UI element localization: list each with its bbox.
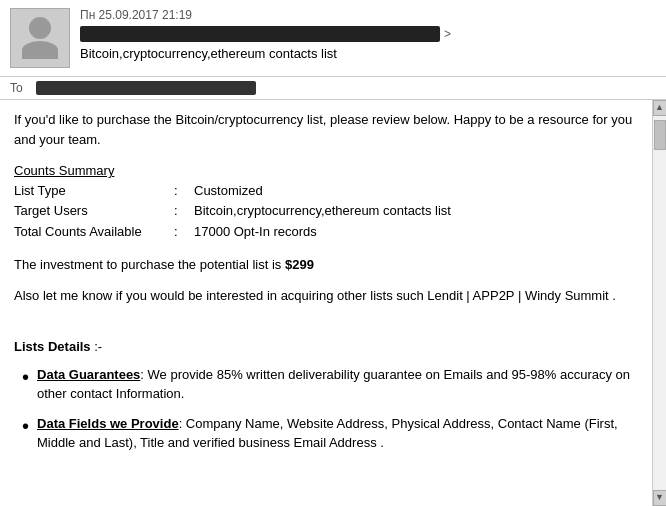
body-content: If you'd like to purchase the Bitcoin/cr… <box>14 110 652 453</box>
counts-table: List Type : Customized Target Users : Bi… <box>14 181 634 243</box>
counts-summary-label: Counts Summary <box>14 161 634 181</box>
scroll-down-button[interactable]: ▼ <box>653 490 667 506</box>
to-label: To <box>10 81 30 95</box>
target-users-key: Target Users <box>14 201 174 222</box>
sender-from-line: > <box>80 26 656 42</box>
sender-email-redacted <box>80 26 440 42</box>
scroll-track <box>653 116 667 490</box>
investment-pre: The investment to purchase the potential… <box>14 257 285 272</box>
email-header: Пн 25.09.2017 21:19 > Bitcoin,cryptocurr… <box>0 0 666 77</box>
lists-details-label: Lists Details <box>14 339 94 354</box>
target-users-val: Bitcoin,cryptocurrency,ethereum contacts… <box>194 201 634 222</box>
list-type-key: List Type <box>14 181 174 202</box>
recipient-email-redacted <box>36 81 256 95</box>
bullet-dot-2: • <box>22 414 29 438</box>
lists-details-section: Lists Details :- • Data Guarantees: We p… <box>14 318 634 453</box>
counts-row-total: Total Counts Available : 17000 Opt-In re… <box>14 222 634 243</box>
also-text: Also let me know if you would be interes… <box>14 286 634 306</box>
intro-text: If you'd like to purchase the Bitcoin/cr… <box>14 110 634 149</box>
bullet-2-label: Data Fields we Provide <box>37 416 179 431</box>
scroll-thumb[interactable] <box>654 120 666 150</box>
scroll-up-button[interactable]: ▲ <box>653 100 667 116</box>
total-counts-key: Total Counts Available <box>14 222 174 243</box>
lists-details-header: Lists Details :- <box>14 318 634 357</box>
sender-date: Пн 25.09.2017 21:19 <box>80 8 656 22</box>
total-counts-val: 17000 Opt-In records <box>194 222 634 243</box>
scrollbar[interactable]: ▲ ▼ <box>652 100 666 506</box>
lists-details-sep: :- <box>94 339 102 354</box>
bullet-dot-1: • <box>22 365 29 389</box>
total-counts-sep: : <box>174 222 194 243</box>
bullet-1-text: Data Guarantees: We provide 85% written … <box>37 365 634 404</box>
email-subject: Bitcoin,cryptocurrency,ethereum contacts… <box>80 46 656 61</box>
chevron-icon[interactable]: > <box>444 27 451 41</box>
bullet-item-1: • Data Guarantees: We provide 85% writte… <box>14 365 634 404</box>
email-container: Пн 25.09.2017 21:19 > Bitcoin,cryptocurr… <box>0 0 666 506</box>
avatar-shape <box>22 17 58 59</box>
target-users-sep: : <box>174 201 194 222</box>
email-body: ▲ ▼ If you'd like to purchase the Bitcoi… <box>0 100 666 506</box>
counts-row-targetusers: Target Users : Bitcoin,cryptocurrency,et… <box>14 201 634 222</box>
list-type-val: Customized <box>194 181 634 202</box>
investment-text: The investment to purchase the potential… <box>14 255 634 275</box>
sender-info: Пн 25.09.2017 21:19 > Bitcoin,cryptocurr… <box>80 8 656 61</box>
avatar-head <box>29 17 51 39</box>
counts-row-listtype: List Type : Customized <box>14 181 634 202</box>
bullet-2-text: Data Fields we Provide: Company Name, We… <box>37 414 634 453</box>
to-row: To <box>0 77 666 100</box>
bullet-item-2: • Data Fields we Provide: Company Name, … <box>14 414 634 453</box>
list-type-sep: : <box>174 181 194 202</box>
bullet-1-label: Data Guarantees <box>37 367 140 382</box>
avatar <box>10 8 70 68</box>
avatar-body <box>22 41 58 59</box>
investment-amount: $299 <box>285 257 314 272</box>
